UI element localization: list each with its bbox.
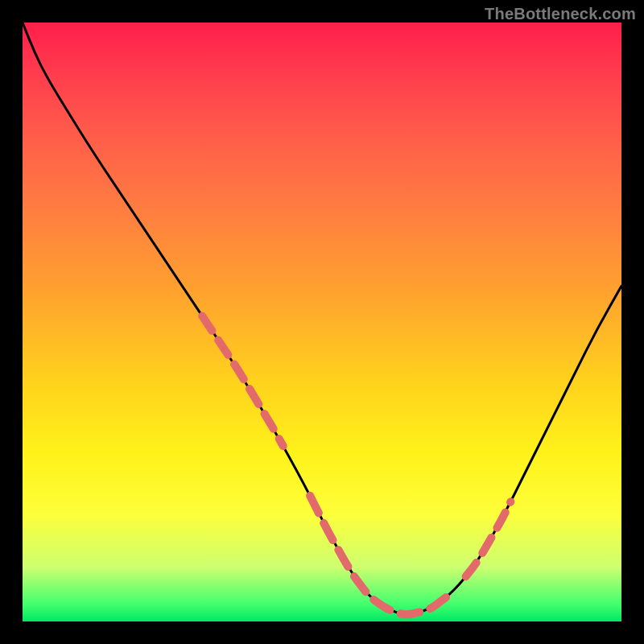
chart-frame: TheBottleneck.com bbox=[0, 0, 644, 644]
dash-segment-right bbox=[466, 502, 511, 576]
watermark-label: TheBottleneck.com bbox=[485, 5, 636, 23]
dash-segment-valley bbox=[310, 496, 447, 615]
plot-area bbox=[23, 23, 621, 621]
curve-svg bbox=[23, 23, 621, 621]
